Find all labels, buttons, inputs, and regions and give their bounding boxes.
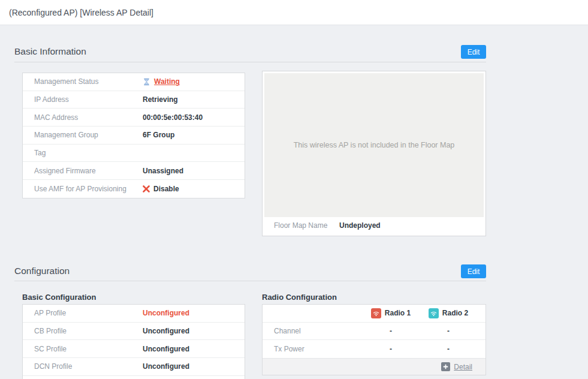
row-label: Tx Power xyxy=(263,345,362,353)
page-header: (Reconfigured AP) [Wireless AP Detail] xyxy=(0,0,588,25)
channel-radio1-value: - xyxy=(362,327,420,335)
row-value: 6F Group xyxy=(143,131,174,139)
floor-map-name-label: Floor Map Name xyxy=(274,221,339,230)
radio1-column-header: Radio 1 xyxy=(362,308,420,318)
radio1-label: Radio 1 xyxy=(385,309,411,317)
table-row: AP Profile Unconfigured xyxy=(23,305,245,323)
row-value: Unconfigured xyxy=(143,345,189,353)
row-label: Assigned Firmware xyxy=(23,167,143,175)
table-row xyxy=(23,376,245,379)
x-mark-icon xyxy=(143,185,150,192)
row-value: Retrieving xyxy=(143,95,178,104)
table-row: MAC Address 00:00:5e:00:53:40 xyxy=(23,109,245,127)
row-label: Use AMF for AP Provisioning xyxy=(23,185,143,193)
radio2-column-header: Radio 2 xyxy=(420,308,477,318)
configuration-edit-button[interactable]: Edit xyxy=(461,264,486,278)
configuration-title: Configuration xyxy=(14,266,70,276)
channel-radio2-value: - xyxy=(420,327,477,335)
table-row: Assigned Firmware Unassigned xyxy=(23,162,245,180)
basic-configuration-title: Basic Configuration xyxy=(22,293,97,302)
txpower-radio1-value: - xyxy=(362,345,420,353)
row-label: SC Profile xyxy=(23,345,143,353)
table-row: CB Profile Unconfigured xyxy=(23,323,245,341)
row-value: Unconfigured xyxy=(143,309,189,317)
wifi-icon xyxy=(429,308,439,318)
row-label: Management Group xyxy=(23,131,143,139)
radio-configuration-table: Radio 1 Radio 2 Channel - - Tx Power - - xyxy=(262,304,486,375)
floor-map-placeholder: This wireless AP is not included in the … xyxy=(264,73,484,217)
row-value: Disable xyxy=(153,185,179,193)
floor-map-message: This wireless AP is not included in the … xyxy=(294,141,455,149)
row-label: Management Status xyxy=(23,77,143,86)
table-row: Management Group 6F Group xyxy=(23,127,245,145)
table-row: Tx Power - - xyxy=(263,340,486,358)
table-row: SC Profile Unconfigured xyxy=(23,340,245,358)
radio-configuration-title: Radio Configuration xyxy=(262,293,337,302)
floor-map-footer: Floor Map Name Undeployed xyxy=(264,217,484,234)
row-value: Unconfigured xyxy=(143,327,189,335)
page-title: (Reconfigured AP) [Wireless AP Detail] xyxy=(9,8,153,17)
row-label: DCN Profile xyxy=(23,362,143,371)
plus-icon[interactable] xyxy=(441,362,450,371)
radio2-label: Radio 2 xyxy=(442,309,468,317)
floor-map-panel: This wireless AP is not included in the … xyxy=(262,71,486,236)
detail-link[interactable]: Detail xyxy=(454,363,472,371)
basic-information-table: Management Status Waiting IP Address Ret… xyxy=(22,73,245,198)
row-label: Tag xyxy=(23,149,143,157)
row-value: Unassigned xyxy=(143,167,183,175)
basic-configuration-table: AP Profile Unconfigured CB Profile Uncon… xyxy=(22,304,245,379)
management-status-link[interactable]: Waiting xyxy=(154,77,180,86)
row-value: 00:00:5e:00:53:40 xyxy=(143,113,203,122)
table-row: Use AMF for AP Provisioning Disable xyxy=(23,180,245,198)
table-row: DCN Profile Unconfigured xyxy=(23,358,245,376)
table-row: Management Status Waiting xyxy=(23,73,245,91)
hourglass-icon xyxy=(143,78,150,86)
radio-table-header-row: Radio 1 Radio 2 xyxy=(263,305,486,323)
row-label: IP Address xyxy=(23,95,143,104)
row-label: Channel xyxy=(263,327,362,335)
row-label: AP Profile xyxy=(23,309,143,317)
table-row: Tag xyxy=(23,145,245,163)
row-label: MAC Address xyxy=(23,113,143,122)
row-value: Unconfigured xyxy=(143,362,189,371)
floor-map-name-value: Undeployed xyxy=(339,221,381,230)
txpower-radio2-value: - xyxy=(420,345,477,353)
radio-table-footer: Detail xyxy=(263,358,486,375)
table-row: Channel - - xyxy=(263,323,486,341)
basic-information-title: Basic Information xyxy=(14,46,86,57)
configuration-divider xyxy=(14,281,486,281)
basic-information-divider xyxy=(14,62,486,62)
table-row: IP Address Retrieving xyxy=(23,91,245,109)
basic-information-edit-button[interactable]: Edit xyxy=(461,45,486,59)
row-label: CB Profile xyxy=(23,327,143,335)
wifi-icon xyxy=(371,308,381,318)
